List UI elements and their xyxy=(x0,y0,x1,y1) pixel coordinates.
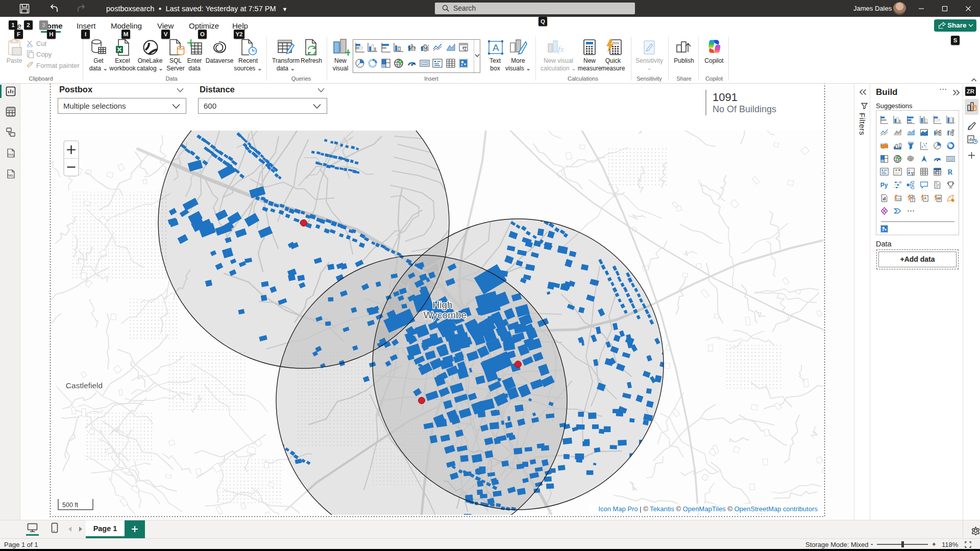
svg-text:High: High xyxy=(432,299,452,310)
svg-text:123: 123 xyxy=(422,62,427,65)
svg-text:123: 123 xyxy=(948,158,952,161)
svg-text:R: R xyxy=(948,168,953,176)
svg-text:Wycombe: Wycombe xyxy=(424,310,467,320)
svg-text:A: A xyxy=(924,196,927,200)
svg-text:fx: fx xyxy=(558,45,564,54)
svg-text:DAX: DAX xyxy=(8,153,13,156)
svg-text:A: A xyxy=(493,42,499,53)
svg-text:Py: Py xyxy=(880,182,888,189)
svg-text:Castlefield: Castlefield xyxy=(66,381,103,390)
svg-text:500 ft: 500 ft xyxy=(62,502,79,509)
svg-text:TMDL: TMDL xyxy=(7,174,14,177)
svg-text:Icon Map Pro | © Tekantis © Op: Icon Map Pro | © Tekantis © OpenMapTiles… xyxy=(598,505,818,513)
